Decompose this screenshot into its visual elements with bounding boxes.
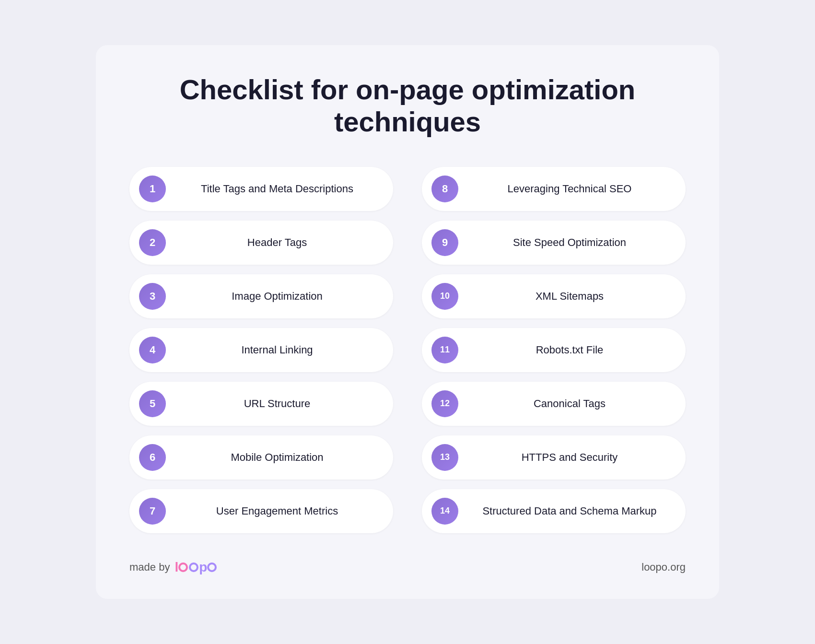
item-number: 5	[139, 390, 166, 417]
item-number: 4	[139, 337, 166, 363]
item-number: 12	[431, 390, 458, 417]
item-label: Internal Linking	[175, 344, 379, 356]
checklist-item: 12Canonical Tags	[422, 382, 686, 426]
item-label: Mobile Optimization	[175, 451, 379, 464]
made-by-text: made by	[129, 561, 170, 574]
checklist-item: 1Title Tags and Meta Descriptions	[129, 167, 393, 211]
checklist-item: 2Header Tags	[129, 221, 393, 265]
site-url: loopo.org	[641, 561, 686, 574]
item-label: Robots.txt File	[468, 344, 671, 356]
checklist-grid: 1Title Tags and Meta Descriptions8Levera…	[129, 167, 686, 533]
item-number: 6	[139, 444, 166, 471]
checklist-item: 6Mobile Optimization	[129, 435, 393, 480]
item-label: Header Tags	[175, 236, 379, 249]
checklist-item: 7User Engagement Metrics	[129, 489, 393, 533]
item-label: Structured Data and Schema Markup	[468, 505, 671, 517]
checklist-item: 14Structured Data and Schema Markup	[422, 489, 686, 533]
item-number: 10	[431, 283, 458, 310]
footer: made by lp loopo.org	[129, 560, 686, 575]
item-number: 3	[139, 283, 166, 310]
checklist-item: 5URL Structure	[129, 382, 393, 426]
checklist-item: 9Site Speed Optimization	[422, 221, 686, 265]
checklist-item: 8Leveraging Technical SEO	[422, 167, 686, 211]
checklist-item: 10XML Sitemaps	[422, 274, 686, 318]
item-number: 9	[431, 229, 458, 256]
page-title: Checklist for on-page optimization techn…	[129, 74, 686, 138]
item-label: HTTPS and Security	[468, 451, 671, 464]
item-label: User Engagement Metrics	[175, 505, 379, 517]
item-label: Title Tags and Meta Descriptions	[175, 183, 379, 195]
item-label: URL Structure	[175, 398, 379, 410]
checklist-item: 13HTTPS and Security	[422, 435, 686, 480]
item-label: Leveraging Technical SEO	[468, 183, 671, 195]
item-number: 14	[431, 498, 458, 525]
item-number: 1	[139, 176, 166, 202]
item-number: 13	[431, 444, 458, 471]
item-label: Canonical Tags	[468, 398, 671, 410]
item-label: Image Optimization	[175, 290, 379, 303]
item-number: 11	[431, 337, 458, 363]
item-number: 8	[431, 176, 458, 202]
checklist-item: 4Internal Linking	[129, 328, 393, 372]
checklist-item: 11Robots.txt File	[422, 328, 686, 372]
item-label: XML Sitemaps	[468, 290, 671, 303]
item-label: Site Speed Optimization	[468, 236, 671, 249]
main-container: Checklist for on-page optimization techn…	[96, 45, 719, 598]
item-number: 7	[139, 498, 166, 525]
checklist-item: 3Image Optimization	[129, 274, 393, 318]
loopo-logo: lp	[175, 560, 217, 575]
made-by-section: made by lp	[129, 560, 217, 575]
item-number: 2	[139, 229, 166, 256]
